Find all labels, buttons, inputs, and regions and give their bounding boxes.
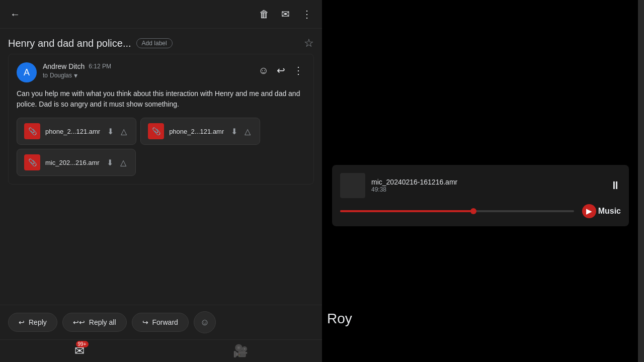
pause-button[interactable]: ⏸ (610, 179, 621, 192)
track-info: mic_20240216-161216.amr 49:38 (371, 178, 457, 193)
video-nav-icon: 🎥 (233, 344, 248, 358)
avatar: A (17, 62, 37, 82)
attachment-name-1: phone_2...121.amr (45, 128, 100, 135)
top-bar-right: 🗑 ✉ ⋮ (257, 6, 314, 22)
download-btn-3[interactable]: ⬇ (105, 156, 115, 169)
send-time: 6:12 PM (89, 63, 111, 70)
player-top: mic_20240216-161216.amr 49:38 ⏸ (340, 173, 621, 198)
progress-bar[interactable] (340, 210, 574, 212)
star-button[interactable]: ☆ (304, 37, 314, 50)
reply-all-arrow-icon: ↩↩ (73, 318, 85, 326)
right-edge (638, 0, 644, 362)
progress-fill (340, 210, 473, 212)
reply-bar: ↩ Reply ↩↩ Reply all ↪ Forward ☺ (0, 305, 322, 339)
mail-nav-item[interactable]: ✉ 99+ (74, 344, 85, 358)
forward-label: Forward (152, 318, 178, 326)
music-logo-icon: ▶ (582, 204, 596, 218)
emoji-reply-icon: ☺ (200, 317, 209, 328)
email-header-left: A Andrew Ditch 6:12 PM to Douglas ▾ (17, 62, 111, 82)
attachment-actions-1: ⬇ △ (105, 125, 129, 138)
delete-button[interactable]: 🗑 (257, 7, 271, 22)
top-bar: ← 🗑 ✉ ⋮ (0, 0, 322, 29)
email-body: Can you help me with what you think abou… (17, 88, 305, 110)
music-player: mic_20240216-161216.amr 49:38 ⏸ ▶ Music (332, 165, 629, 226)
mail-badge: 99+ (76, 341, 89, 347)
email-actions: ☺ ↩ ⋮ (257, 62, 305, 78)
bottom-nav: ✉ 99+ 🎥 (0, 339, 322, 362)
attachment-icon-3: 📎 (24, 154, 40, 170)
more-button[interactable]: ⋮ (300, 6, 314, 22)
sender-name: Andrew Ditch (43, 62, 85, 70)
recipient-row: to Douglas ▾ (43, 71, 111, 79)
drive-btn-2[interactable]: △ (243, 125, 253, 138)
forward-button[interactable]: ↪ Forward (132, 313, 189, 332)
attachment-actions-3: ⬇ △ (105, 156, 128, 169)
attachment-card-1[interactable]: 📎 phone_2...121.amr ⬇ △ (17, 118, 136, 145)
forward-arrow-icon: ↪ (142, 318, 148, 326)
track-name: mic_20240216-161216.amr (371, 178, 457, 186)
gmail-panel: ← 🗑 ✉ ⋮ Henry and dad and police... Add … (0, 0, 322, 362)
roy-text: Roy (327, 311, 352, 327)
reply-label: Reply (29, 318, 47, 326)
player-left: mic_20240216-161216.amr 49:38 (340, 173, 457, 198)
emoji-react-button[interactable]: ☺ (257, 63, 271, 78)
reply-icon-button[interactable]: ↩ (275, 62, 287, 78)
subject-left: Henry and dad and police... Add label (8, 38, 173, 49)
drive-btn-1[interactable]: △ (119, 125, 129, 138)
progress-thumb (470, 208, 476, 214)
recipient-prefix: to (43, 72, 48, 79)
reply-all-button[interactable]: ↩↩ Reply all (62, 313, 127, 332)
recipient-dropdown-icon[interactable]: ▾ (74, 71, 77, 79)
subject-area: Henry and dad and police... Add label ☆ (0, 29, 322, 54)
reply-button[interactable]: ↩ Reply (8, 313, 57, 332)
attachment-card-2[interactable]: 📎 phone_2...121.amr ⬇ △ (140, 118, 260, 145)
recipient-name: Douglas (50, 72, 72, 79)
attachment-icon-1: 📎 (24, 123, 40, 139)
email-message: A Andrew Ditch 6:12 PM to Douglas ▾ (8, 54, 314, 185)
download-btn-2[interactable]: ⬇ (229, 125, 239, 138)
emoji-reply-button[interactable]: ☺ (194, 311, 216, 333)
attachment-card-3[interactable]: 📎 mic_202...216.amr ⬇ △ (17, 149, 136, 176)
email-content: A Andrew Ditch 6:12 PM to Douglas ▾ (0, 54, 322, 305)
back-button[interactable]: ← (8, 7, 22, 22)
archive-button[interactable]: ✉ (279, 6, 292, 22)
reply-all-label: Reply all (89, 318, 116, 326)
reply-arrow-icon: ↩ (19, 318, 25, 326)
music-logo: ▶ Music (582, 204, 621, 218)
sender-info: Andrew Ditch 6:12 PM to Douglas ▾ (43, 62, 111, 79)
top-bar-left: ← (8, 7, 22, 22)
attachments: 📎 phone_2...121.amr ⬇ △ 📎 phone_2...121.… (17, 118, 305, 176)
add-label-button[interactable]: Add label (136, 38, 173, 48)
track-duration: 49:38 (371, 186, 457, 193)
sender-row: Andrew Ditch 6:12 PM (43, 62, 111, 70)
video-nav-item[interactable]: 🎥 (233, 344, 248, 358)
subject-title: Henry and dad and police... (8, 38, 131, 49)
attachment-icon-2: 📎 (148, 123, 164, 139)
album-art (340, 173, 365, 198)
attachment-name-2: phone_2...121.amr (169, 128, 224, 135)
email-more-button[interactable]: ⋮ (291, 62, 305, 78)
music-label: Music (598, 207, 621, 216)
download-btn-1[interactable]: ⬇ (105, 125, 116, 138)
drive-btn-3[interactable]: △ (118, 156, 128, 169)
attachment-actions-2: ⬇ △ (229, 125, 253, 138)
email-header: A Andrew Ditch 6:12 PM to Douglas ▾ (17, 62, 305, 82)
attachment-name-3: mic_202...216.amr (45, 159, 100, 166)
progress-wrap: ▶ Music (340, 204, 621, 218)
music-panel: mic_20240216-161216.amr 49:38 ⏸ ▶ Music … (322, 0, 644, 362)
